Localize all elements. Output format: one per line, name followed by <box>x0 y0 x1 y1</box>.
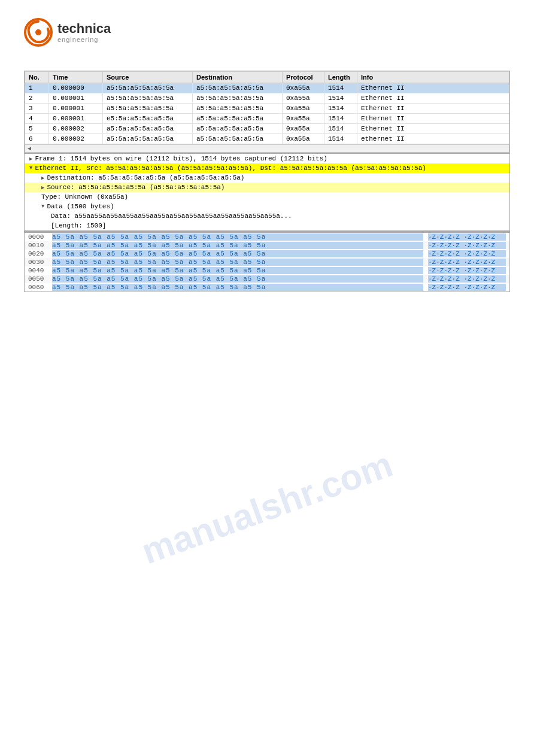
hex-bytes: a5 5a a5 5a a5 5a a5 5a a5 5a a5 5a a5 5… <box>52 242 423 249</box>
hex-ascii: ·Z·Z·Z·Z ·Z·Z·Z·Z <box>428 284 506 291</box>
hex-offset: 0050 <box>28 275 52 283</box>
cell-4: 0xa55a <box>283 124 324 134</box>
cell-4: 0xa55a <box>283 83 324 93</box>
hex-offset: 0020 <box>28 250 52 257</box>
brand-name: technica <box>57 22 111 36</box>
cell-5: 1514 <box>324 93 357 104</box>
frame-row[interactable]: Frame 1: 1514 bytes on wire (12112 bits)… <box>25 154 509 163</box>
hex-offset: 0030 <box>28 259 52 266</box>
cell-2: a5:5a:a5:5a:a5:5a <box>103 124 193 134</box>
cell-2: a5:5a:a5:5a:a5:5a <box>103 134 193 144</box>
cell-6: Ethernet II <box>357 104 509 114</box>
col-header-destination[interactable]: Destination <box>193 72 283 83</box>
scroll-indicator[interactable]: ◀ <box>25 144 509 153</box>
cell-1: 0.000002 <box>49 134 103 144</box>
table-header: No. Time Source Destination Protocol Len… <box>25 72 509 83</box>
cell-0: 4 <box>25 114 49 124</box>
hex-bytes: a5 5a a5 5a a5 5a a5 5a a5 5a a5 5a a5 5… <box>52 284 423 291</box>
hex-offset: 0000 <box>28 233 52 241</box>
cell-0: 6 <box>25 134 49 144</box>
col-header-protocol[interactable]: Protocol <box>283 72 324 83</box>
logo-area: technica engineering <box>0 0 534 59</box>
hex-bytes: a5 5a a5 5a a5 5a a5 5a a5 5a a5 5a a5 5… <box>52 250 423 257</box>
cell-3: a5:5a:a5:5a:a5:5a <box>193 104 283 114</box>
packet-detail-panel: Frame 1: 1514 bytes on wire (12112 bits)… <box>25 153 509 232</box>
cell-5: 1514 <box>324 134 357 144</box>
hex-ascii: ·Z·Z·Z·Z ·Z·Z·Z·Z <box>428 250 506 257</box>
source-row[interactable]: Source: a5:5a:a5:5a:a5:5a (a5:5a:a5:5a:a… <box>25 183 509 192</box>
cell-2: a5:5a:a5:5a:a5:5a <box>103 93 193 104</box>
hex-bytes: a5 5a a5 5a a5 5a a5 5a a5 5a a5 5a a5 5… <box>52 275 423 283</box>
col-header-info[interactable]: Info <box>357 72 509 83</box>
data-hex-text: Data: a55aa55aa55aa55aa55aa55aa55aa55aa5… <box>51 212 292 220</box>
wireshark-container: No. Time Source Destination Protocol Len… <box>24 71 510 292</box>
svg-point-1 <box>35 29 41 35</box>
cell-5: 1514 <box>324 114 357 124</box>
ethernet-row-text: Ethernet II, Src: a5:5a:a5:5a:a5:5a (a5:… <box>35 165 426 172</box>
cell-4: 0xa55a <box>283 114 324 124</box>
brand-sub: engineering <box>57 36 111 43</box>
destination-row-text: Destination: a5:5a:a5:5a:a5:5a (a5:5a:a5… <box>47 174 244 181</box>
cell-4: 0xa55a <box>283 93 324 104</box>
cell-1: 0.000001 <box>49 114 103 124</box>
cell-3: a5:5a:a5:5a:a5:5a <box>193 83 283 93</box>
col-header-no[interactable]: No. <box>25 72 49 83</box>
cell-0: 1 <box>25 83 49 93</box>
col-header-time[interactable]: Time <box>49 72 103 83</box>
data-hex-row: Data: a55aa55aa55aa55aa55aa55aa55aa55aa5… <box>25 211 509 221</box>
cell-3: a5:5a:a5:5a:a5:5a <box>193 134 283 144</box>
cell-6: Ethernet II <box>357 83 509 93</box>
technica-logo-icon <box>24 18 53 47</box>
hex-ascii: ·Z·Z·Z·Z ·Z·Z·Z·Z <box>428 242 506 249</box>
table-row[interactable]: 30.000001a5:5a:a5:5a:a5:5aa5:5a:a5:5a:a5… <box>25 104 509 114</box>
cell-6: Ethernet II <box>357 93 509 104</box>
cell-2: e5:5a:a5:5a:a5:5a <box>103 114 193 124</box>
cell-1: 0.000001 <box>49 104 103 114</box>
cell-6: Ethernet II <box>357 114 509 124</box>
table-row[interactable]: 60.000002a5:5a:a5:5a:a5:5aa5:5a:a5:5a:a5… <box>25 134 509 144</box>
data-header-row[interactable]: Data (1500 bytes) <box>25 202 509 211</box>
ethernet-row[interactable]: Ethernet II, Src: a5:5a:a5:5a:a5:5a (a5:… <box>25 163 509 173</box>
hex-row: 0010 a5 5a a5 5a a5 5a a5 5a a5 5a a5 5a… <box>25 241 509 250</box>
cell-6: ethernet II <box>357 134 509 144</box>
hex-row: 0020 a5 5a a5 5a a5 5a a5 5a a5 5a a5 5a… <box>25 250 509 258</box>
hex-row: 0030 a5 5a a5 5a a5 5a a5 5a a5 5a a5 5a… <box>25 258 509 266</box>
hex-bytes: a5 5a a5 5a a5 5a a5 5a a5 5a a5 5a a5 5… <box>52 259 423 266</box>
cell-1: 0.000001 <box>49 93 103 104</box>
destination-row[interactable]: Destination: a5:5a:a5:5a:a5:5a (a5:5a:a5… <box>25 173 509 183</box>
cell-4: 0xa55a <box>283 134 324 144</box>
source-row-text: Source: a5:5a:a5:5a:a5:5a (a5:5a:a5:5a:a… <box>47 184 224 191</box>
table-row[interactable]: 40.000001e5:5a:a5:5a:a5:5aa5:5a:a5:5a:a5… <box>25 114 509 124</box>
packet-table: No. Time Source Destination Protocol Len… <box>25 71 509 144</box>
logo-text: technica engineering <box>57 22 111 43</box>
hex-offset: 0010 <box>28 242 52 249</box>
cell-1: 0.000002 <box>49 124 103 134</box>
hex-row: 0040 a5 5a a5 5a a5 5a a5 5a a5 5a a5 5a… <box>25 266 509 275</box>
cell-5: 1514 <box>324 124 357 134</box>
hex-ascii: ·Z·Z·Z·Z ·Z·Z·Z·Z <box>428 259 506 266</box>
hex-ascii: ·Z·Z·Z·Z ·Z·Z·Z·Z <box>428 267 506 274</box>
cell-3: a5:5a:a5:5a:a5:5a <box>193 93 283 104</box>
hex-dump-panel: 0000 a5 5a a5 5a a5 5a a5 5a a5 5a a5 5a… <box>25 232 509 292</box>
col-header-source[interactable]: Source <box>103 72 193 83</box>
data-header-text: Data (1500 bytes) <box>47 203 114 210</box>
col-header-length[interactable]: Length <box>324 72 357 83</box>
scroll-arrow-left[interactable]: ◀ <box>28 145 31 152</box>
table-row[interactable]: 10.000000a5:5a:a5:5a:a5:5aa5:5a:a5:5a:a5… <box>25 83 509 93</box>
hex-row: 0000 a5 5a a5 5a a5 5a a5 5a a5 5a a5 5a… <box>25 233 509 241</box>
hex-offset: 0040 <box>28 267 52 274</box>
cell-1: 0.000000 <box>49 83 103 93</box>
hex-offset: 0060 <box>28 284 52 291</box>
hex-bytes: a5 5a a5 5a a5 5a a5 5a a5 5a a5 5a a5 5… <box>52 267 423 274</box>
table-row[interactable]: 50.000002a5:5a:a5:5a:a5:5aa5:5a:a5:5a:a5… <box>25 124 509 134</box>
data-length-text: [Length: 1500] <box>51 222 106 229</box>
cell-3: a5:5a:a5:5a:a5:5a <box>193 114 283 124</box>
cell-6: Ethernet II <box>357 124 509 134</box>
hex-row: 0050 a5 5a a5 5a a5 5a a5 5a a5 5a a5 5a… <box>25 275 509 283</box>
hex-bytes: a5 5a a5 5a a5 5a a5 5a a5 5a a5 5a a5 5… <box>52 233 423 241</box>
cell-4: 0xa55a <box>283 104 324 114</box>
table-row[interactable]: 20.000001a5:5a:a5:5a:a5:5aa5:5a:a5:5a:a5… <box>25 93 509 104</box>
cell-0: 2 <box>25 93 49 104</box>
cell-3: a5:5a:a5:5a:a5:5a <box>193 124 283 134</box>
cell-2: a5:5a:a5:5a:a5:5a <box>103 104 193 114</box>
